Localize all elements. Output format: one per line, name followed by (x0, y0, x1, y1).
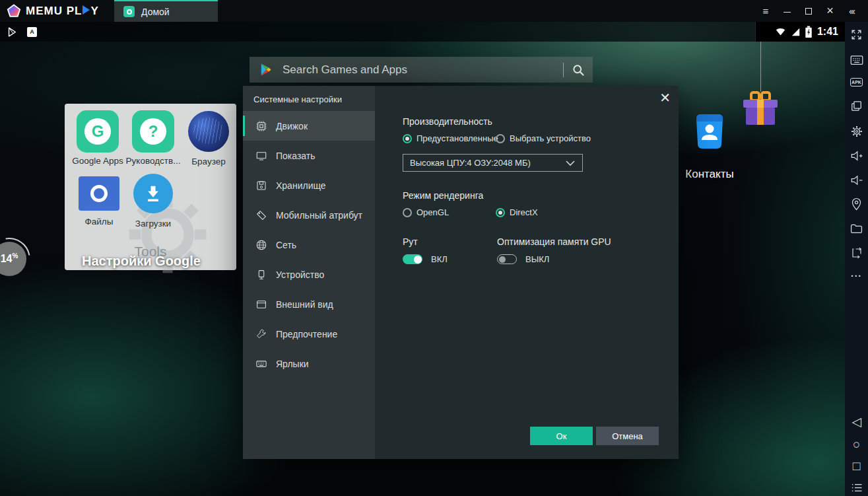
dialog-close-icon[interactable]: ✕ (659, 91, 671, 104)
volume-up-icon[interactable] (848, 147, 865, 164)
tab-label: Домой (141, 7, 170, 17)
memu-pentagon-icon (7, 4, 21, 18)
app-guide[interactable]: ? Руководств... (125, 110, 181, 166)
chip-icon (255, 120, 267, 132)
wifi-icon (774, 26, 787, 38)
active-indicator (243, 116, 245, 136)
system-settings-dialog: Системные настройки Движок (243, 86, 679, 459)
sidebar-item-display[interactable]: Показать (243, 141, 375, 170)
collapse-sidebar-icon[interactable]: ‹‹‹ (844, 6, 859, 17)
gpu-state-label: ВЫКЛ (525, 254, 549, 264)
gpu-memory-toggle[interactable] (497, 254, 517, 264)
sidebar-item-mobile-attribute[interactable]: Мобильный атрибут (243, 200, 375, 230)
android-status-bar: A 1:41 (0, 22, 845, 42)
search-divider (563, 63, 564, 77)
search-button[interactable] (564, 63, 593, 77)
shared-folder-icon[interactable] (848, 220, 865, 236)
settings-content-panel: ✕ Производительность Предустановленные В… (375, 86, 679, 459)
task-list-icon[interactable] (848, 479, 865, 496)
multi-instance-icon[interactable] (848, 98, 865, 114)
sidebar-item-preference[interactable]: Предпочтение (243, 319, 375, 349)
title-bar: MEMU PLY Домой ≡ × ‹‹‹ (0, 0, 868, 22)
ok-button[interactable]: Ок (530, 427, 593, 445)
root-toggle[interactable] (403, 254, 422, 264)
sidebar-item-network[interactable]: Сеть (243, 230, 375, 260)
settings-dialog-title: Системные настройки (243, 86, 375, 111)
wrench-icon (255, 328, 267, 340)
settings-gear-icon[interactable] (848, 123, 865, 139)
app-downloads[interactable]: Загрузки (125, 174, 181, 229)
play-store-icon (258, 62, 273, 77)
location-icon[interactable] (848, 195, 865, 212)
gift-box-icon[interactable] (742, 91, 779, 129)
sidebar-item-storage[interactable]: Хранилище (243, 170, 375, 200)
performance-preset-dropdown[interactable]: Высокая ЦПУ:4 ОЗУ:2048 МБ) (403, 154, 583, 172)
tab-home[interactable]: Домой (114, 0, 218, 22)
volume-down-icon[interactable] (848, 172, 865, 188)
notification-icons: A (7, 22, 37, 42)
google-apps-icon: G (77, 110, 119, 153)
logo-text: MEMU PLY (26, 5, 99, 18)
monitor-icon (255, 150, 267, 162)
radio-opengl[interactable]: OpenGL (403, 207, 449, 217)
downloads-icon (133, 174, 173, 213)
search-icon (572, 63, 585, 77)
memu-emulator-window: MEMU PLY Домой ≡ × ‹‹‹ A (0, 0, 868, 496)
search-bar[interactable]: Search Games and Apps (250, 57, 593, 83)
gpu-toggle-row: ВЫКЛ (497, 254, 549, 264)
maximize-button[interactable] (801, 5, 816, 17)
floppy-icon (255, 180, 267, 192)
radio-unselected-icon (403, 208, 412, 217)
minimize-button[interactable] (780, 5, 795, 17)
radio-unselected-icon (496, 134, 505, 143)
nav-recents-icon[interactable]: □ (848, 458, 865, 474)
root-state-label: ВКЛ (431, 254, 448, 264)
cancel-button[interactable]: Отмена (596, 427, 659, 445)
screen-rotate-icon[interactable] (848, 244, 865, 261)
sidebar-item-device[interactable]: Устройство (243, 260, 375, 289)
window-icon (255, 299, 267, 310)
more-options-icon[interactable]: ··· (848, 267, 865, 284)
menu-icon[interactable]: ≡ (758, 5, 773, 17)
fullscreen-icon[interactable] (848, 26, 865, 43)
home-tab-icon (123, 6, 135, 17)
files-icon (79, 176, 119, 211)
render-mode-section-title: Режим рендеринга (403, 190, 483, 201)
app-google-apps[interactable]: G Google Apps (70, 110, 125, 166)
root-toggle-row: ВКЛ (403, 254, 448, 264)
google-settings-desktop-label[interactable]: Настройки Google (82, 254, 201, 269)
guide-question-icon: ? (132, 110, 174, 153)
chevron-down-icon (565, 160, 576, 166)
signal-icon (790, 26, 801, 38)
performance-badge[interactable]: 14% (0, 242, 26, 276)
nav-back-icon[interactable]: ◁ (848, 413, 865, 430)
root-section-title: Рут (403, 236, 418, 247)
contacts-icon (691, 112, 728, 151)
radio-directx[interactable]: DirectX (496, 207, 538, 217)
tag-icon (255, 209, 267, 221)
sidebar-item-appearance[interactable]: Внешний вид (243, 289, 375, 319)
keyboard-icon (255, 358, 267, 370)
apk-install-icon[interactable]: APK (848, 74, 865, 90)
device-icon (255, 269, 267, 281)
virtual-keyboard-icon[interactable] (848, 52, 865, 68)
status-icons: 1:41 (755, 22, 845, 42)
performance-section-title: Производительность (403, 116, 492, 127)
nav-home-icon[interactable]: ○ (848, 436, 865, 452)
sidebar-item-shortcuts[interactable]: Ярлыки (243, 349, 375, 378)
search-input[interactable]: Search Games and Apps (283, 63, 563, 77)
gpu-memory-section-title: Оптимизация памяти GPU (497, 236, 611, 247)
app-browser[interactable]: Браузер (181, 111, 236, 166)
radio-selected-icon (496, 208, 505, 217)
close-button[interactable]: × (823, 4, 838, 18)
emulator-toolbar: APK (845, 22, 868, 496)
battery-charging-icon (805, 26, 813, 38)
radio-custom-device[interactable]: Выбрать устройство (496, 133, 591, 143)
app-files[interactable]: Файлы (71, 176, 127, 227)
memu-logo: MEMU PLY (7, 0, 99, 22)
clock: 1:41 (817, 26, 838, 38)
sidebar-item-engine[interactable]: Движок (243, 111, 375, 141)
browser-globe-icon (188, 111, 229, 152)
app-contacts[interactable]: Контакты (673, 112, 746, 181)
radio-preset[interactable]: Предустановленные (403, 133, 498, 143)
